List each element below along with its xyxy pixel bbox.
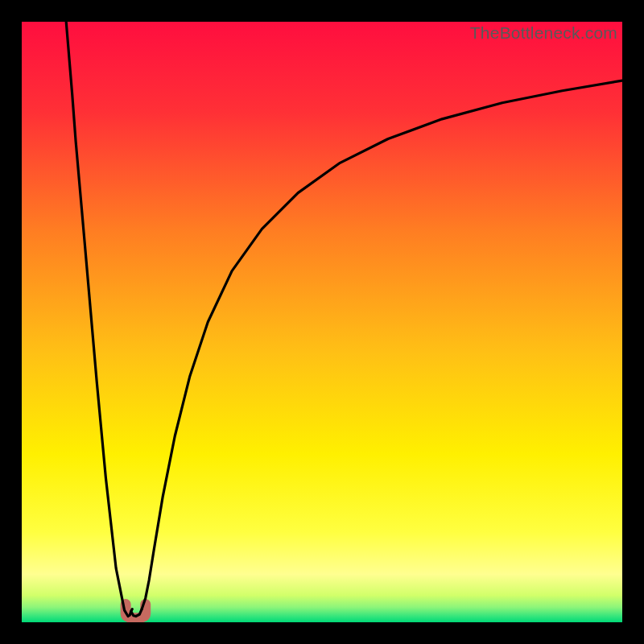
curve-left-branch [66,22,132,617]
chart-frame: TheBottleneck.com [0,0,644,644]
plot-area: TheBottleneck.com [22,22,622,622]
curve-right-branch [142,80,622,609]
curve-layer [22,22,622,622]
watermark-text: TheBottleneck.com [470,23,617,43]
